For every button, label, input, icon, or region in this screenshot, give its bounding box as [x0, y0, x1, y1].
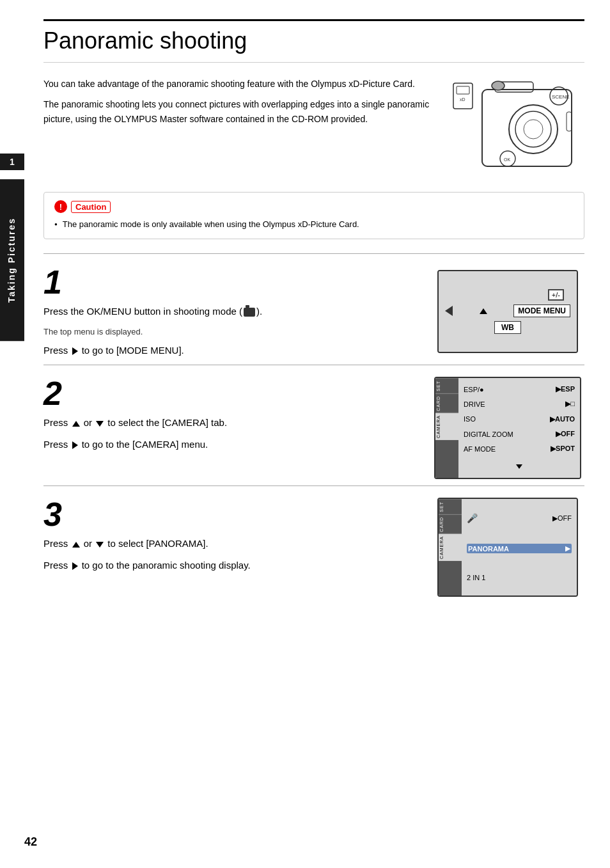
side-tab-number: 1 — [0, 154, 24, 170]
screen3-mic-icon: 🎤 — [467, 513, 478, 523]
tab-camera-active: CAMERA — [435, 413, 458, 440]
camera-diagram-svg: xD SCENE OK — [450, 77, 578, 179]
menu-val-dzoom: ▶OFF — [556, 430, 575, 438]
svg-point-12 — [492, 81, 504, 90]
step-3-main-text: Press or to select [PANORAMA]. — [43, 536, 418, 551]
arrow-down-icon3 — [96, 542, 104, 548]
menu-label-dzoom: DIGITAL ZOOM — [464, 430, 513, 438]
side-tab-label: Taking Pictures — [0, 179, 24, 341]
menu-row-esp: ESP/● ▶ESP — [464, 385, 575, 393]
screen2-inner: SET CARD CAMERA ESP/● ▶ESP DRIVE ▶□ — [435, 378, 580, 478]
wb-label: WB — [494, 321, 521, 334]
screen1-mockup: +/- MODE MENU WB — [437, 270, 578, 353]
svg-point-6 — [515, 111, 551, 147]
mode-menu-label: MODE MENU — [513, 304, 570, 317]
menu-val-iso: ▶AUTO — [550, 415, 575, 423]
screen3-tabs: SET CARD CAMERA — [439, 499, 462, 596]
svg-text:SCENE: SCENE — [552, 94, 570, 100]
camera-mode-icon — [244, 308, 255, 317]
svg-rect-1 — [457, 86, 469, 94]
step-1-main-text: Press the OK/MENU button in shooting mod… — [43, 304, 418, 319]
scroll-arrow-down — [516, 464, 522, 469]
menu-label-iso: ISO — [464, 415, 476, 423]
screen2-content: ESP/● ▶ESP DRIVE ▶□ ISO ▶AUTO — [458, 378, 580, 478]
screen1-middle: MODE MENU — [445, 304, 570, 317]
arrow-up-indicator — [480, 308, 487, 314]
arrow-right-icon3 — [72, 562, 78, 570]
screen3-mockup: SET CARD CAMERA 🎤 ▶OFF PANORAMA ▶ — [437, 498, 578, 597]
step-3-instruction: Press to go to the panoramic shooting di… — [43, 558, 418, 573]
screen2-mockup: SET CARD CAMERA ESP/● ▶ESP DRIVE ▶□ — [434, 377, 581, 479]
caution-box: ! Caution The panoramic mode is only ava… — [43, 192, 584, 239]
plus-minus-icon: +/- — [548, 289, 564, 301]
screen3-row-top: 🎤 ▶OFF — [467, 513, 572, 523]
step-1-screen: +/- MODE MENU WB — [431, 265, 584, 359]
tab-card: CARD — [435, 393, 458, 413]
screen3-label-panorama: PANORAMA — [468, 545, 509, 553]
svg-text:OK: OK — [504, 157, 510, 162]
scroll-down-indicator — [464, 460, 575, 471]
intro-text: You can take advantage of the panoramic … — [43, 77, 431, 179]
step-2-section: 2 Press or to select the [CAMERA] tab. P… — [43, 365, 584, 485]
screen2-tabs: SET CARD CAMERA — [435, 378, 458, 478]
screen3-label-2in1: 2 IN 1 — [467, 574, 485, 581]
svg-point-5 — [509, 105, 558, 154]
screen3-val-off: ▶OFF — [552, 514, 572, 523]
arrow-right-icon2 — [72, 441, 78, 449]
tab-camera-3: CAMERA — [439, 533, 462, 561]
menu-label-afmode: AF MODE — [464, 445, 496, 453]
step-3-section: 3 Press or to select [PANORAMA]. Press t… — [43, 485, 584, 603]
intro-paragraph1: You can take advantage of the panoramic … — [43, 77, 431, 91]
step-1-note: The top menu is displayed. — [43, 326, 418, 338]
arrow-up-icon2 — [72, 421, 80, 427]
caution-item-text: The panoramic mode is only available whe… — [63, 218, 359, 231]
page-number: 42 — [24, 835, 37, 849]
screen3-inner: SET CARD CAMERA 🎤 ▶OFF PANORAMA ▶ — [439, 499, 577, 596]
intro-image: xD SCENE OK — [444, 77, 584, 179]
svg-text:xD: xD — [460, 97, 465, 102]
screen1-bottom: WB — [494, 321, 521, 334]
tab-set-3: SET — [439, 499, 462, 514]
intro-paragraph2: The panoramic shooting lets you connect … — [43, 97, 431, 126]
menu-label-drive: DRIVE — [464, 400, 485, 408]
arrow-down-icon2 — [96, 421, 104, 427]
tab-set: SET — [435, 378, 458, 393]
intro-section: You can take advantage of the panoramic … — [43, 77, 584, 179]
step-2-instruction: Press to go to the [CAMERA] menu. — [43, 437, 418, 452]
menu-val-afmode: ▶SPOT — [551, 445, 575, 453]
arrow-left-btn — [445, 306, 453, 316]
page-title: Panoramic shooting — [43, 19, 584, 63]
menu-row-afmode: AF MODE ▶SPOT — [464, 445, 575, 453]
arrow-up-icon3 — [72, 542, 80, 548]
step-1-section: 1 Press the OK/MENU button in shooting m… — [43, 253, 584, 365]
main-content: Panoramic shooting You can take advantag… — [24, 0, 610, 868]
svg-point-7 — [524, 120, 543, 139]
step-3-number: 3 — [43, 498, 418, 531]
menu-val-esp: ▶ESP — [556, 385, 575, 393]
screen1-top: +/- — [445, 289, 570, 301]
menu-label-esp: ESP/● — [464, 386, 484, 393]
step-1-left: 1 Press the OK/MENU button in shooting m… — [43, 265, 418, 359]
menu-row-drive: DRIVE ▶□ — [464, 400, 575, 408]
step-2-screen: SET CARD CAMERA ESP/● ▶ESP DRIVE ▶□ — [431, 377, 584, 479]
svg-rect-3 — [482, 90, 572, 166]
menu-val-drive: ▶□ — [565, 400, 575, 408]
side-tab: 1 Taking Pictures — [0, 0, 24, 868]
step-1-number: 1 — [43, 265, 418, 299]
caution-item: The panoramic mode is only available whe… — [54, 218, 574, 231]
menu-row-iso: ISO ▶AUTO — [464, 415, 575, 423]
step-3-screen: SET CARD CAMERA 🎤 ▶OFF PANORAMA ▶ — [431, 498, 584, 597]
caution-header: ! Caution — [54, 200, 574, 213]
step-1-instruction: Press to go to [MODE MENU]. — [43, 343, 418, 358]
step-3-left: 3 Press or to select [PANORAMA]. Press t… — [43, 498, 418, 597]
page: 1 Taking Pictures Panoramic shooting You… — [0, 0, 610, 868]
caution-icon: ! — [54, 200, 67, 213]
arrow-right-icon — [72, 347, 78, 355]
svg-rect-13 — [567, 112, 572, 131]
screen3-content: 🎤 ▶OFF PANORAMA ▶ 2 IN 1 — [462, 499, 577, 596]
caution-label: Caution — [71, 201, 111, 213]
screen3-val-panorama: ▶ — [565, 544, 570, 553]
menu-row-dzoom: DIGITAL ZOOM ▶OFF — [464, 430, 575, 438]
step-2-main-text: Press or to select the [CAMERA] tab. — [43, 415, 418, 430]
tab-card-3: CARD — [439, 514, 462, 534]
